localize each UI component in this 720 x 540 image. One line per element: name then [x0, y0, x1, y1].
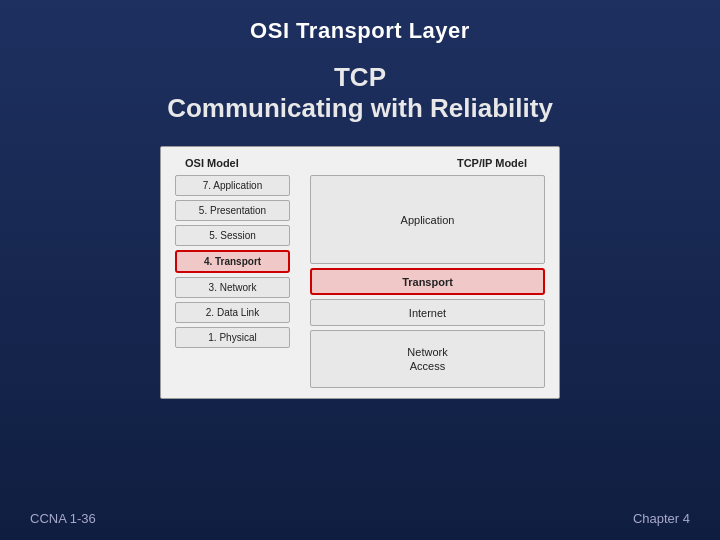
osi-layer-6: 5. Presentation	[175, 200, 290, 221]
footer: CCNA 1-36 Chapter 4	[30, 511, 690, 526]
tcpip-application-wrapper: Application	[310, 175, 545, 264]
footer-right: Chapter 4	[633, 511, 690, 526]
osi-layer-2: 2. Data Link	[175, 302, 290, 323]
slide: OSI Transport Layer TCP Communicating wi…	[0, 0, 720, 540]
osi-layer-7: 7. Application	[175, 175, 290, 196]
osi-layer-1: 1. Physical	[175, 327, 290, 348]
tcpip-networkaccess: NetworkAccess	[310, 330, 545, 388]
osi-layer-3: 3. Network	[175, 277, 290, 298]
tcpip-internet-wrapper: Internet	[310, 299, 545, 326]
subtitle-line1: TCP	[167, 62, 553, 93]
tcpip-internet: Internet	[310, 299, 545, 326]
model-headers: OSI Model TCP/IP Model	[175, 157, 545, 169]
tcpip-transport: Transport	[310, 268, 545, 295]
tcpip-header: TCP/IP Model	[457, 157, 527, 169]
top-title: OSI Transport Layer	[250, 18, 470, 44]
tcpip-networkaccess-wrapper: NetworkAccess	[310, 330, 545, 388]
tcpip-transport-wrapper: Transport	[310, 268, 545, 295]
subtitle: TCP Communicating with Reliability	[167, 62, 553, 124]
tcpip-column: Application Transport Internet NetworkAc…	[310, 175, 545, 388]
osi-layer-4: 4. Transport	[175, 250, 290, 273]
subtitle-line2: Communicating with Reliability	[167, 93, 553, 124]
tcpip-application: Application	[310, 175, 545, 264]
footer-left: CCNA 1-36	[30, 511, 96, 526]
osi-column: 7. Application 5. Presentation 5. Sessio…	[175, 175, 300, 388]
osi-header: OSI Model	[185, 157, 239, 169]
diagram: OSI Model TCP/IP Model 7. Application 5.…	[160, 146, 560, 399]
osi-layer-5: 5. Session	[175, 225, 290, 246]
